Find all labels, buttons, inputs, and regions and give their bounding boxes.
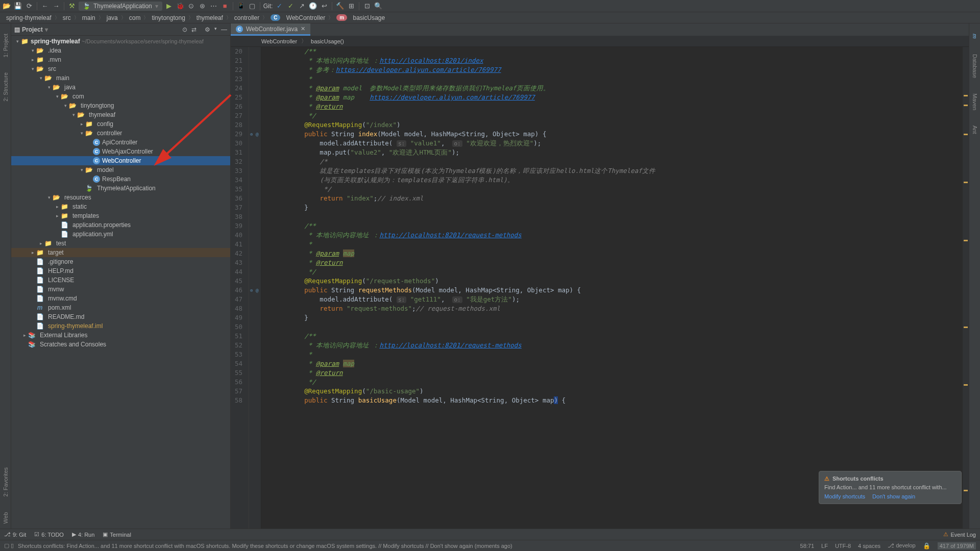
structure-icon[interactable]: ⊞ [347, 2, 356, 11]
tool-maven[interactable]: Maven [972, 93, 978, 110]
tool-todo[interactable]: ☑6: TODO [34, 531, 64, 538]
tree-item-application-yml[interactable]: 📄application.yml [11, 230, 230, 239]
tree-item-external-libraries[interactable]: ▸📚External Libraries [11, 331, 230, 340]
tree-item-application-properties[interactable]: 📄application.properties [11, 220, 230, 230]
crumb[interactable]: main [80, 13, 97, 22]
crumb[interactable]: controller [232, 13, 261, 22]
tree-item-readme-md[interactable]: 📄README.md [11, 312, 230, 321]
tree-item-test[interactable]: ▸📁test [11, 239, 230, 248]
crumb[interactable]: src [61, 13, 73, 22]
indent[interactable]: 4 spaces [858, 543, 880, 549]
cursor-position[interactable]: 58:71 [800, 543, 815, 549]
tree-item-thymeleaf[interactable]: ▾📂thymeleaf [11, 110, 230, 119]
device-icon[interactable]: 📱 [236, 2, 246, 11]
tree-item--mvn[interactable]: ▸📁.mvn [11, 55, 230, 64]
tree-item-thymeleafapplication[interactable]: 🍃ThymeleafApplication [11, 184, 230, 193]
tree-item--idea[interactable]: ▾📂.idea [11, 46, 230, 55]
git-revert-icon[interactable]: ↩ [320, 2, 329, 11]
git-branch[interactable]: ⎇ develop [888, 542, 916, 549]
tree-item--gitignore[interactable]: 📄.gitignore [11, 257, 230, 266]
tree-item-model[interactable]: ▾📂model [11, 165, 230, 174]
hammer-icon[interactable]: ⚒ [67, 2, 77, 11]
tree-item-respbean[interactable]: CRespBean [11, 174, 230, 184]
tree-item-templates[interactable]: ▸📁templates [11, 211, 230, 220]
crumb[interactable]: m basicUsage [334, 13, 387, 22]
tree-item-help-md[interactable]: 📄HELP.md [11, 266, 230, 276]
tree-item-src[interactable]: ▾📂src [11, 64, 230, 73]
tab-webcontroller[interactable]: C WebController.java ✕ [231, 23, 310, 36]
tree-item-controller[interactable]: ▾📂controller [11, 129, 230, 138]
more-icon[interactable]: ⋯ [209, 2, 218, 11]
tree-item-license[interactable]: 📄LICENSE [11, 276, 230, 285]
forward-icon[interactable]: → [52, 2, 61, 11]
tool-database[interactable]: Database [972, 54, 978, 78]
tree-item-apicontroller[interactable]: CApiController [11, 138, 230, 147]
open-icon[interactable]: 📂 [2, 2, 11, 11]
tree-item-config[interactable]: ▸📁config [11, 119, 230, 129]
crumb[interactable]: spring-thymeleaf [4, 13, 54, 22]
modify-shortcuts-link[interactable]: Modify shortcuts [824, 493, 865, 499]
close-icon[interactable]: ✕ [301, 26, 305, 32]
file-encoding[interactable]: UTF-8 [835, 543, 851, 549]
tree-item-mvnw-cmd[interactable]: 📄mvnw.cmd [11, 294, 230, 303]
tree-item-resources[interactable]: ▾📂resources [11, 193, 230, 202]
tool-eventlog[interactable]: Event Log [950, 532, 976, 538]
debug-icon[interactable]: 🐞 [176, 2, 185, 11]
git-history-icon[interactable]: 🕐 [308, 2, 317, 11]
breadcrumb-method[interactable]: basicUsage() [311, 38, 344, 44]
tree-item-java[interactable]: ▾📂java [11, 83, 230, 92]
tree-item-scratches-and-consoles[interactable]: 📚Scratches and Consoles [11, 340, 230, 349]
back-icon[interactable]: ← [40, 2, 50, 11]
screen-icon[interactable]: ⊡ [362, 2, 372, 11]
stop-icon[interactable]: ■ [220, 2, 230, 11]
crumb[interactable]: java [105, 13, 120, 22]
tree-item-com[interactable]: ▾📂com [11, 92, 230, 101]
tree-item-main[interactable]: ▾📂main [11, 73, 230, 83]
tool-run[interactable]: ▶4: Run [72, 531, 94, 538]
target-icon[interactable]: ⊙ [182, 26, 187, 33]
crumb[interactable]: C WebController [268, 13, 327, 22]
avd-icon[interactable]: ▢ [248, 2, 257, 11]
tool-web[interactable]: Web [3, 512, 9, 523]
git-update-icon[interactable]: ✓ [275, 2, 284, 11]
git-push-icon[interactable]: ↗ [297, 2, 306, 11]
project-tree[interactable]: ▾ 📁 spring-thymeleaf ~/Documents/workspa… [11, 36, 230, 529]
tool-ant[interactable]: Ant [972, 126, 978, 134]
hammer2-icon[interactable]: 🔨 [335, 2, 345, 11]
tree-item-target[interactable]: ▸📁target [11, 248, 230, 257]
sidebar-title[interactable]: ▤Project▾ [14, 26, 48, 33]
code-content[interactable]: /** * 本地访问内容地址 ：http://localhost:8201/in… [261, 47, 963, 529]
readonly-icon[interactable]: 🔒 [923, 542, 930, 549]
run-configuration[interactable]: 🍃 ThymeleafApplication ▾ [79, 2, 162, 11]
breadcrumb-class[interactable]: WebController [261, 38, 297, 44]
crumb[interactable]: tinytongtong [150, 13, 187, 22]
memory[interactable]: 417 of 1979M [938, 542, 976, 549]
line-separator[interactable]: LF [821, 543, 828, 549]
search-icon[interactable]: 🔍 [374, 2, 383, 11]
tree-item-pom-xml[interactable]: mpom.xml [11, 303, 230, 312]
tree-item-webajaxcontroller[interactable]: CWebAjaxController [11, 147, 230, 156]
tree-item-spring-thymeleaf-iml[interactable]: 📄spring-thymeleaf.iml [11, 321, 230, 331]
coverage-icon[interactable]: ⊙ [187, 2, 196, 11]
dont-show-link[interactable]: Don't show again [872, 493, 915, 499]
tree-item-static[interactable]: ▸📁static [11, 202, 230, 211]
reload-icon[interactable]: ⟳ [24, 2, 34, 11]
hide-icon[interactable]: — [221, 26, 227, 33]
status-icons[interactable]: ▢ ▯ [4, 542, 14, 549]
git-commit-icon[interactable]: ✓ [286, 2, 295, 11]
tool-favorites[interactable]: 2: Favorites [3, 467, 9, 496]
tool-git[interactable]: ⎇9: Git [4, 531, 26, 538]
save-icon[interactable]: 💾 [13, 2, 22, 11]
tool-terminal[interactable]: ▣Terminal [103, 531, 131, 538]
settings-icon[interactable]: ⚙ [205, 26, 210, 33]
profile-icon[interactable]: ⊛ [198, 2, 207, 11]
crumb[interactable]: thymeleaf [194, 13, 225, 22]
tool-structure[interactable]: 2: Structure [3, 72, 9, 102]
run-icon[interactable]: ▶ [164, 2, 174, 11]
tree-item-tinytongtong[interactable]: ▾📂tinytongtong [11, 101, 230, 110]
expand-icon[interactable]: ⇄ [191, 26, 197, 33]
crumb[interactable]: com [127, 13, 143, 22]
error-stripe[interactable] [963, 47, 969, 529]
tree-item-mvnw[interactable]: 📄mvnw [11, 285, 230, 294]
tool-project[interactable]: 1: Project [3, 34, 9, 57]
